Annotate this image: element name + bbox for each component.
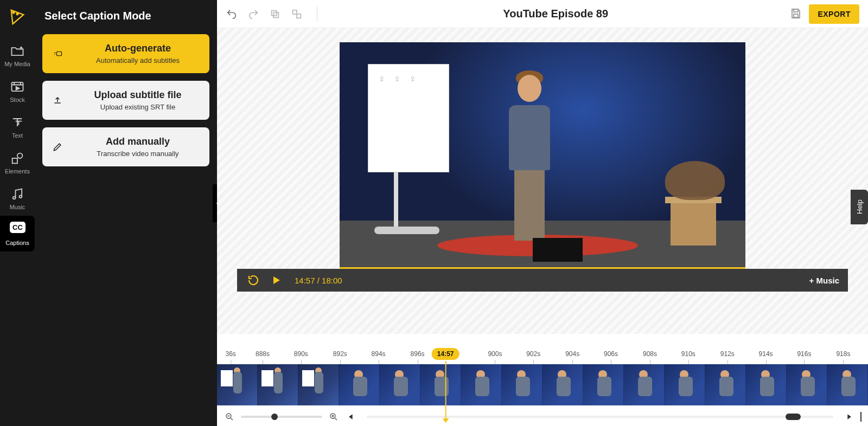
- mode-card-text: Auto-generate Automatically add subtitle…: [74, 43, 202, 64]
- tick: 914s: [759, 350, 773, 358]
- thumbnail[interactable]: [787, 364, 827, 405]
- tick: 888s: [256, 350, 270, 358]
- zoom-out-button[interactable]: [224, 411, 235, 423]
- playhead-time: 14:57: [432, 348, 459, 360]
- playbar: 14:57 / 18:00 + Music: [237, 269, 848, 292]
- zoom-slider[interactable]: [241, 416, 322, 418]
- svg-rect-10: [293, 10, 297, 14]
- thumbnail[interactable]: [746, 364, 787, 405]
- mode-title: Upload subtitle file: [74, 89, 202, 101]
- nav-label: Elements: [5, 168, 30, 175]
- restart-button[interactable]: [246, 273, 261, 288]
- pencil-icon: [50, 141, 65, 152]
- music-note-icon: [10, 186, 25, 202]
- mode-card-text: Add manually Transcribe video manually: [74, 136, 202, 158]
- mode-card-text: Upload subtitle file Upload existing SRT…: [74, 89, 202, 111]
- panel-title: Select Caption Mode: [44, 10, 209, 22]
- scroll-right-button[interactable]: [843, 411, 855, 423]
- svg-rect-11: [297, 14, 301, 18]
- nav-stock[interactable]: Stock: [0, 73, 35, 108]
- thumbnail[interactable]: [665, 364, 705, 405]
- add-music-button[interactable]: + Music: [809, 276, 839, 285]
- thumbnail[interactable]: [502, 364, 542, 405]
- tick: 896s: [411, 350, 425, 358]
- tick: 36s: [226, 350, 236, 358]
- tick: 906s: [604, 350, 618, 358]
- tick: 918s: [836, 350, 850, 358]
- film-play-icon: [10, 79, 25, 94]
- redo-button[interactable]: [247, 8, 259, 20]
- tick: 902s: [526, 350, 540, 358]
- save-button[interactable]: [789, 7, 803, 21]
- upload-icon: [50, 95, 65, 106]
- nav-label: Stock: [10, 96, 25, 103]
- thumbnail[interactable]: [339, 364, 380, 405]
- svg-rect-8: [272, 10, 277, 15]
- thumbnail[interactable]: [217, 364, 258, 405]
- nav-my-media[interactable]: My Media: [0, 37, 35, 73]
- main-area: YouTube Episode 89 EXPORT ♀ ♀ ♀: [217, 0, 868, 426]
- time-display: 14:57 / 18:00: [295, 276, 342, 285]
- shapes-icon: [10, 151, 25, 166]
- timeline-controls: [217, 405, 868, 423]
- tick: 908s: [643, 350, 657, 358]
- preview-zone: ♀ ♀ ♀: [217, 28, 868, 334]
- mode-upload-srt[interactable]: Upload subtitle file Upload existing SRT…: [42, 81, 209, 120]
- folder-plus-icon: [10, 43, 25, 59]
- playhead[interactable]: 14:57: [432, 348, 459, 423]
- svg-point-6: [20, 195, 22, 198]
- thumbnail[interactable]: [827, 364, 868, 405]
- svg-rect-3: [12, 158, 17, 163]
- thumbnail[interactable]: [298, 364, 339, 405]
- tick: 916s: [797, 350, 811, 358]
- total-time: 18:00: [322, 276, 342, 285]
- timeline: 36s 888s 890s 892s 894s 896s 900s 902s 9…: [217, 334, 868, 426]
- tick: 900s: [488, 350, 502, 358]
- time-ruler[interactable]: 36s 888s 890s 892s 894s 896s 900s 902s 9…: [217, 350, 868, 364]
- svg-rect-12: [794, 9, 798, 12]
- nav-label: My Media: [4, 61, 30, 67]
- tick: 892s: [333, 350, 347, 358]
- cc-icon: CC: [10, 222, 25, 237]
- divider: [317, 7, 317, 22]
- mode-auto-generate[interactable]: Auto-generate Automatically add subtitle…: [42, 34, 209, 73]
- timeline-thumbnails[interactable]: [217, 364, 868, 405]
- nav-captions[interactable]: CC Captions: [0, 216, 35, 251]
- thumbnail[interactable]: [705, 364, 746, 405]
- export-button[interactable]: EXPORT: [809, 4, 859, 24]
- nav-music[interactable]: Music: [0, 180, 35, 216]
- project-title[interactable]: YouTube Episode 89: [322, 8, 789, 20]
- undo-button[interactable]: [226, 8, 238, 20]
- layer-button[interactable]: [291, 8, 303, 20]
- zoom-in-button[interactable]: [328, 411, 340, 423]
- tick: 894s: [372, 350, 386, 358]
- mode-subtitle: Automatically add subtitles: [74, 56, 202, 64]
- svg-point-0: [13, 12, 15, 14]
- tick: 904s: [565, 350, 579, 358]
- mode-subtitle: Upload existing SRT file: [74, 103, 202, 111]
- text-icon: [10, 115, 25, 130]
- timeline-end-marker: [860, 412, 861, 422]
- duplicate-button[interactable]: [269, 8, 281, 20]
- mode-add-manually[interactable]: Add manually Transcribe video manually: [42, 127, 209, 166]
- thumbnail[interactable]: [624, 364, 665, 405]
- svg-rect-7: [57, 51, 62, 56]
- tick: 912s: [720, 350, 735, 358]
- thumbnail[interactable]: [461, 364, 502, 405]
- app-logo-icon[interactable]: [8, 7, 27, 26]
- nav-elements[interactable]: Elements: [0, 144, 35, 180]
- thumbnail[interactable]: [583, 364, 624, 405]
- thumbnail[interactable]: [542, 364, 583, 405]
- help-tab[interactable]: Help: [851, 190, 868, 224]
- thumbnail[interactable]: [258, 364, 298, 405]
- scroll-left-button[interactable]: [345, 411, 357, 423]
- svg-point-1: [17, 13, 18, 15]
- svg-rect-2: [12, 82, 23, 91]
- nav-text[interactable]: Text: [0, 108, 35, 144]
- video-preview[interactable]: ♀ ♀ ♀: [340, 42, 745, 269]
- thumbnail[interactable]: [380, 364, 420, 405]
- svg-point-4: [17, 153, 22, 158]
- play-button[interactable]: [269, 273, 284, 288]
- editor-header: YouTube Episode 89 EXPORT: [217, 0, 868, 28]
- auto-caption-icon: [50, 49, 65, 59]
